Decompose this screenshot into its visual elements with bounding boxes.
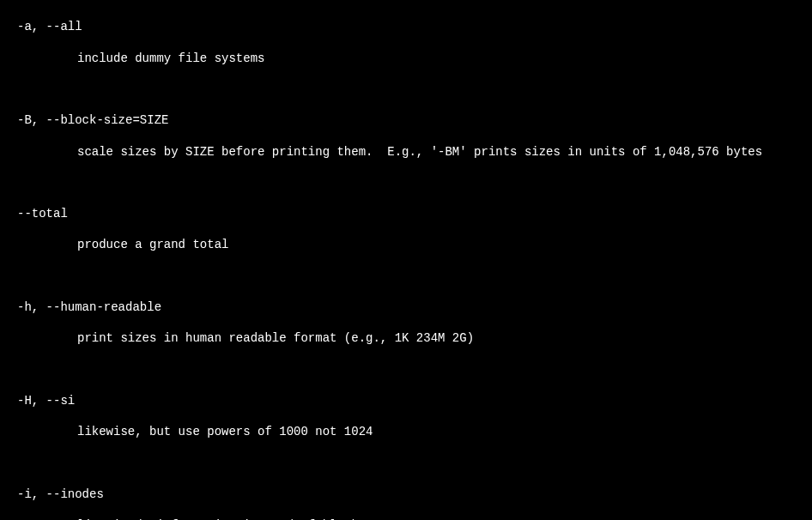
option-description: scale sizes by SIZE before printing them… [0, 144, 812, 160]
option-flags: -h, --human-readable [0, 299, 812, 315]
option-description: likewise, but use powers of 1000 not 102… [0, 424, 812, 439]
option-description: print sizes in human readable format (e.… [0, 330, 812, 346]
option-description: include dummy file systems [0, 51, 812, 66]
option-flags: --total [0, 206, 812, 221]
man-page-content: -a, --all include dummy file systems -B,… [0, 3, 812, 520]
option-flags: -B, --block-size=SIZE [0, 112, 812, 128]
option-description: produce a grand total [0, 237, 812, 252]
option-flags: -a, --all [0, 19, 812, 34]
option-flags: -H, --si [0, 393, 812, 408]
option-flags: -i, --inodes [0, 487, 812, 502]
